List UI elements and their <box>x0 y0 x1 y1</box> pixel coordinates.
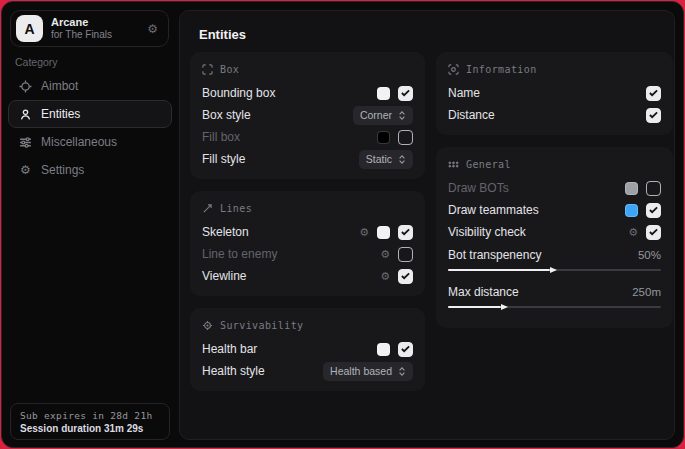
app-title-block: Arcane for The Finals <box>51 16 112 41</box>
checkbox[interactable] <box>646 225 661 240</box>
gear-icon[interactable]: ⚙ <box>628 227 638 238</box>
slider-label: Bot transpenency <box>448 248 638 262</box>
section-lines: Lines Skeleton ⚙ Line to enemy ⚙ <box>190 191 425 296</box>
setting-row: Skeleton ⚙ <box>202 221 413 243</box>
column-left: Box Bounding box Box style Cor <box>190 52 425 403</box>
setting-label: Health bar <box>202 342 377 356</box>
setting-label: Name <box>448 86 646 100</box>
setting-row: Fill style Static <box>202 148 413 170</box>
page-title: Entities <box>199 27 246 42</box>
section-title: Information <box>466 64 537 75</box>
slider-fill <box>448 306 501 308</box>
checkbox[interactable] <box>646 203 661 218</box>
setting-label: Draw BOTs <box>448 181 625 195</box>
setting-row: Visibility check ⚙ <box>448 221 661 243</box>
sub-expiry-text: Sub expires in 28d 21h <box>20 409 160 422</box>
grid-dots-icon <box>448 159 459 170</box>
setting-label: Box style <box>202 108 353 122</box>
setting-row: Fill box <box>202 126 413 148</box>
section-title: Lines <box>220 203 252 214</box>
scan-icon <box>448 64 459 75</box>
slider-max-distance: Max distance 250m <box>448 282 661 308</box>
sidebar-item-label: Aimbot <box>41 79 78 93</box>
gear-icon[interactable]: ⚙ <box>380 271 390 282</box>
section-survivability: Survivability Health bar Health style <box>190 308 425 391</box>
section-box: Box Bounding box Box style Cor <box>190 52 425 179</box>
checkbox[interactable] <box>398 247 413 262</box>
target-icon <box>202 320 213 331</box>
checkbox[interactable] <box>398 225 413 240</box>
checkbox[interactable] <box>398 130 413 145</box>
slider-track[interactable] <box>448 306 661 308</box>
setting-label: Bounding box <box>202 86 377 100</box>
dropdown-value: Health based <box>330 365 392 377</box>
color-swatch[interactable] <box>377 87 390 100</box>
sidebar-item-aimbot[interactable]: Aimbot <box>8 72 172 100</box>
sidebar-nav: Aimbot Entities Miscellaneous <box>8 72 172 184</box>
slider-thumb[interactable] <box>501 304 508 310</box>
slider-fill <box>448 269 550 271</box>
gear-icon: ⚙ <box>19 164 32 177</box>
chevrons-up-down-icon <box>398 154 406 165</box>
sidebar-item-settings[interactable]: ⚙ Settings <box>8 156 172 184</box>
color-swatch[interactable] <box>377 226 390 239</box>
gear-icon[interactable]: ⚙ <box>147 23 158 35</box>
setting-label: Fill style <box>202 152 359 166</box>
setting-row: Name <box>448 82 661 104</box>
sidebar-item-miscellaneous[interactable]: Miscellaneous <box>8 128 172 156</box>
checkbox[interactable] <box>398 269 413 284</box>
color-swatch[interactable] <box>377 131 390 144</box>
app-window: A Arcane for The Finals ⚙ Category Aimbo… <box>1 1 684 448</box>
health-style-dropdown[interactable]: Health based <box>323 362 413 381</box>
color-swatch[interactable] <box>377 343 390 356</box>
section-general: General Draw BOTs Draw teammates <box>436 147 673 328</box>
chevrons-up-down-icon <box>398 366 406 377</box>
subscription-card: Sub expires in 28d 21h Session duration … <box>10 403 170 440</box>
slider-bot-transparency: Bot transpenency 50% <box>448 245 661 271</box>
section-information: Information Name Distance <box>436 52 673 135</box>
box-style-dropdown[interactable]: Corner <box>353 106 413 125</box>
color-swatch[interactable] <box>625 204 638 217</box>
fill-style-dropdown[interactable]: Static <box>359 150 413 169</box>
diagonal-line-icon <box>202 203 213 214</box>
checkbox[interactable] <box>646 86 661 101</box>
slider-thumb[interactable] <box>550 267 557 273</box>
gear-icon[interactable]: ⚙ <box>359 227 369 238</box>
setting-row: Health style Health based <box>202 360 413 382</box>
setting-label: Draw teammates <box>448 203 625 217</box>
sidebar-item-label: Settings <box>41 163 84 177</box>
app-logo: A <box>16 15 43 42</box>
sliders-icon <box>19 136 32 149</box>
app-header-card: A Arcane for The Finals ⚙ <box>10 10 169 47</box>
checkbox[interactable] <box>646 181 661 196</box>
dropdown-value: Corner <box>360 109 392 121</box>
setting-label: Line to enemy <box>202 247 380 261</box>
section-survivability-header: Survivability <box>202 318 413 333</box>
setting-label: Visibility check <box>448 225 628 239</box>
setting-row: Line to enemy ⚙ <box>202 243 413 265</box>
gear-icon[interactable]: ⚙ <box>380 249 390 260</box>
main-panel: Entities Box Bounding box <box>179 10 675 440</box>
checkbox[interactable] <box>646 108 661 123</box>
app-subtitle: for The Finals <box>51 29 112 41</box>
category-label: Category <box>15 56 58 68</box>
setting-label: Health style <box>202 364 323 378</box>
slider-track[interactable] <box>448 269 661 271</box>
setting-row: Distance <box>448 104 661 126</box>
color-swatch[interactable] <box>625 182 638 195</box>
chevrons-up-down-icon <box>398 110 406 121</box>
section-box-header: Box <box>202 62 413 77</box>
column-right: Information Name Distance <box>436 52 673 340</box>
section-information-header: Information <box>448 62 661 77</box>
checkbox[interactable] <box>398 86 413 101</box>
slider-label: Max distance <box>448 285 632 299</box>
session-duration-text: Session duration 31m 29s <box>20 422 160 435</box>
sidebar-item-entities[interactable]: Entities <box>8 100 172 128</box>
section-general-header: General <box>448 157 661 172</box>
setting-row: Viewline ⚙ <box>202 265 413 287</box>
dropdown-value: Static <box>366 153 392 165</box>
setting-label: Skeleton <box>202 225 359 239</box>
setting-row: Box style Corner <box>202 104 413 126</box>
setting-row: Draw teammates <box>448 199 661 221</box>
checkbox[interactable] <box>398 342 413 357</box>
